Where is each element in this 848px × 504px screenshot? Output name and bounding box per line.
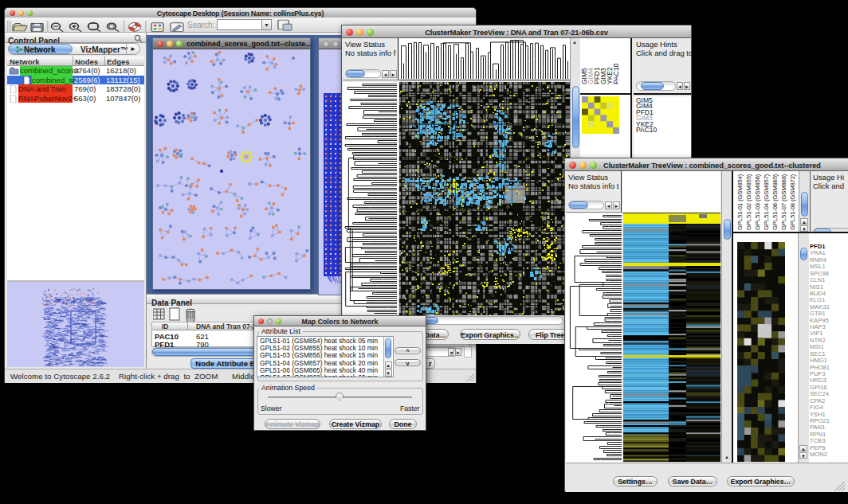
svg-text:GPL51-04 (GSM857): GPL51-04 (GSM857) (763, 174, 770, 230)
svg-text:GPL51-07 (GSM868): GPL51-07 (GSM868) (780, 174, 787, 230)
svg-text:GPL51-03 (GSM856): GPL51-03 (GSM856) (754, 174, 761, 230)
svg-text:GPL51-01 (GSM854): GPL51-01 (GSM854) (736, 174, 744, 230)
svg-text:GPL51-08 (GSM872): GPL51-08 (GSM872) (789, 174, 796, 230)
svg-text:PAC10: PAC10 (612, 63, 620, 84)
svg-text:GPL51-06 (GSM865): GPL51-06 (GSM865) (771, 174, 779, 230)
svg-text:GPL51-02 (GSM855): GPL51-02 (GSM855) (745, 174, 752, 230)
